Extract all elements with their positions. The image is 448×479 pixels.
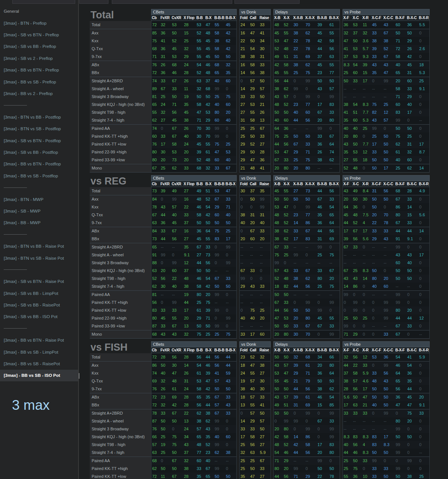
stats-row[interactable]: 9-7xx63364537505050504020404852148636644… xyxy=(90,219,430,227)
sidebar-item[interactable]: [3max] - BB - MWP xyxy=(0,217,78,229)
stat-value: 38 xyxy=(249,53,259,61)
stats-row[interactable]: Straight A+2BRD7833672262386733057505050… xyxy=(90,409,430,417)
sidebar-item[interactable]: [3max] - BTN - MWP xyxy=(0,193,78,205)
stats-row[interactable]: Kxx7843572246542971009953470994654643605… xyxy=(90,203,430,211)
sidebar-item[interactable]: [3max] - SB vs 2 - Preflop xyxy=(0,52,78,64)
sidebar-item[interactable]: [3max] - SB vs BB - Preflop xyxy=(0,41,78,52)
sidebar-item[interactable]: [3max] - SB vs BB - RaisePot xyxy=(0,299,78,311)
stats-row[interactable]: Straight A - wheel919909.12773990------7… xyxy=(90,251,430,259)
stats-row[interactable]: Paired 33-99 +low80207320524860402947366… xyxy=(90,156,430,164)
sidebar-item[interactable]: [3max] - BTN - Preflop xyxy=(0,17,78,29)
stats-row[interactable]: Total72325328534755452450334852307039613… xyxy=(90,21,430,29)
row-label: Straight A+2BRD xyxy=(90,77,151,85)
stats-row[interactable]: BBx7344562745558317206020386217833169395… xyxy=(90,235,430,243)
stats-row[interactable]: Q-Txx67444033584260403831314852237735654… xyxy=(90,211,430,219)
stats-row[interactable]: Paired KK-TT +low76175824455575252952274… xyxy=(90,140,430,148)
sidebar-item[interactable]: [3max] - SB vs BB - LimpPot xyxy=(0,287,78,299)
stats-row[interactable]: Q-Txx68364532554558422154305248227844564… xyxy=(90,45,430,53)
sidebar-item[interactable]: [3max] - BB vs BTN - Preflop xyxy=(0,64,78,76)
sidebar-item[interactable]: [3max] - BTN vs BB - Postflop xyxy=(0,111,78,123)
stats-row[interactable]: ABx8433671636647525067333862336744561767… xyxy=(90,227,430,235)
stats-row[interactable]: Kxx7541522555453862225034534722784258475… xyxy=(90,37,430,45)
stat-value: 31 xyxy=(293,401,305,409)
stat-value: 55 xyxy=(249,109,259,116)
sidebar-item[interactable]: [3max] - BB vs SB - Postflop xyxy=(0,170,78,181)
stats-row[interactable]: Straight A+2BRD65----356733099------6733… xyxy=(90,243,430,251)
stats-row[interactable]: Paired 33-99 +low873367135050990------50… xyxy=(90,322,430,330)
sidebar-item[interactable]: [3max] - SB vs BTN - Preflop xyxy=(0,29,78,40)
stats-row[interactable]: Paired 22-99 +high8045552029710994040204… xyxy=(90,314,430,322)
stats-row[interactable]: Total73394927495153473037354555277344564… xyxy=(90,187,430,195)
stats-row[interactable]: Paired KK-TT +low72116728356550503547274… xyxy=(90,473,430,479)
stat-value: 68 xyxy=(205,85,214,93)
stats-row[interactable]: Paired AA81----198020990------5050------… xyxy=(90,291,430,299)
stats-row[interactable]: Axx8409916485267330509950505050673320503… xyxy=(90,195,430,203)
stat-value: -- xyxy=(305,259,317,267)
stats-row[interactable]: Kxx7440472661394159245527534729713664375… xyxy=(90,369,430,377)
stats-row[interactable]: Straight 3 Broadway812550195050257533335… xyxy=(90,93,430,101)
stats-row[interactable]: BBx7232422856445743135541495131691585176… xyxy=(90,401,430,409)
toolbar-control-2[interactable] xyxy=(79,0,108,4)
stats-row[interactable]: Straight 3 Broadway88099124456099------9… xyxy=(90,259,430,267)
stats-row[interactable]: ABx72236928653567331857334357396146545.6… xyxy=(90,393,430,401)
sidebar-item[interactable]: [3max] - SB vs BTN - Postflop xyxy=(0,135,78,146)
stat-value: 36 xyxy=(160,45,171,53)
stats-row[interactable]: Straight T98 - high525622484654673399005… xyxy=(90,275,430,283)
stats-row[interactable]: Paired KK-TT +low83333317613999007525445… xyxy=(90,306,430,314)
sidebar-item[interactable]: [3max] - BB vs BTN - Raise Pot xyxy=(0,335,78,346)
stat-value: 53 xyxy=(273,148,283,156)
stats-row[interactable]: Straight KQJ - high (no 3Brd)66257534653… xyxy=(90,433,430,441)
stats-row[interactable]: Straight 3 Broadway765002457439903333502… xyxy=(90,425,430,433)
stats-row[interactable]: Paired 22-99 +high8030532039614753295028… xyxy=(90,148,430,156)
stats-row[interactable]: Straight 7-4 - high622745387129604031581… xyxy=(90,116,430,125)
toolbar-control-1[interactable] xyxy=(12,0,75,4)
stat-value: 17 xyxy=(343,401,352,409)
stats-row[interactable]: Paired KK-TT +high6033674030709902550337… xyxy=(90,132,430,140)
stats-row[interactable]: Straight A - wheel8750501338629901429570… xyxy=(90,417,430,425)
stats-row[interactable]: Straight 7-4 - high623040385842505029433… xyxy=(90,283,430,291)
stats-row[interactable]: Straight A - wheel8967331132689901429573… xyxy=(90,85,430,93)
stats-row[interactable]: BBx7236462852486535145638455525752377256… xyxy=(90,69,430,77)
sidebar-item[interactable]: [3max] - BB vs SB - RaisePot xyxy=(0,358,78,369)
sidebar-item[interactable]: [3max] - BTN vs SB - Postflop xyxy=(0,123,78,135)
sidebar-item[interactable]: [3max] - BB vs BTN - Postflop xyxy=(0,158,78,170)
sidebar-item[interactable]: [3max] - BB vs SB - Preflop xyxy=(0,76,78,88)
stats-row[interactable]: Straight T98 - high553256454753802027552… xyxy=(90,109,430,116)
sidebar-item[interactable]: [3max] - SB vs BB - ISO Pot xyxy=(0,311,78,323)
stat-value: 71 xyxy=(225,203,237,211)
toolbar-control-4[interactable] xyxy=(234,0,300,4)
toolbar-control-3[interactable] xyxy=(112,0,232,4)
stats-row[interactable]: Straight 7-4 - high632550377723623832635… xyxy=(90,449,430,457)
sidebar-item[interactable]: [3max] - SB vs BB - Postflop xyxy=(0,146,78,158)
stat-value: 38 xyxy=(406,473,418,479)
stats-row[interactable]: ABx76266824544668321658334258386245558.3… xyxy=(90,61,430,69)
stats-row[interactable]: Paired KK-TT +high56099442575----------6… xyxy=(90,299,430,306)
sidebar-item[interactable]: [3max] - BB vs SB - ISO Pot xyxy=(0,370,78,381)
sidebar-item[interactable]: [3max] - BTN vs SB - Raise Pot xyxy=(0,252,78,264)
stats-row[interactable]: Paired AA740672670309902525676436----990… xyxy=(90,125,430,132)
stats-row[interactable]: Paired KK-TT +high6250503833679902550338… xyxy=(90,465,430,473)
sidebar-item[interactable]: [3max] - SB vs BTN - Raise Pot xyxy=(0,276,78,287)
stats-row[interactable]: Total72285628564456442352325050326834663… xyxy=(90,353,430,361)
stats-row[interactable]: Straight A+2BRD7433672663374060057505644… xyxy=(90,77,430,85)
sidebar-item[interactable]: [3max] - BB vs 2 - Preflop xyxy=(0,88,78,99)
stats-row[interactable]: Straight KQJ - high (no 3Brd)65247135584… xyxy=(90,101,430,109)
stat-value: 52 xyxy=(205,441,214,449)
stat-value: 18 xyxy=(239,361,249,369)
sidebar-item[interactable]: [3max] - SB - MWP xyxy=(0,205,78,217)
stats-row[interactable]: Paired AA68067326040----2525677129----99… xyxy=(90,457,430,465)
stats-row[interactable]: 9-7xx76266124584250503840305050445638622… xyxy=(90,385,430,393)
sidebar-item[interactable]: [3max] - BTN vs BB - Raise Pot xyxy=(0,240,78,252)
stats-row[interactable]: Straight T98 - high571975434852990255627… xyxy=(90,441,430,449)
stats-row[interactable]: 9-7xx71315329554550503838314951316937633… xyxy=(90,53,430,61)
stats-row[interactable]: Axx8536501552485842164741455538624555323… xyxy=(90,29,430,37)
stats-row[interactable]: Q-Txx69324831534757431957305545217950503… xyxy=(90,377,430,385)
stat-value: 31 xyxy=(293,53,305,61)
stats-row[interactable]: Straight KQJ - high (no 3Brd)63206037505… xyxy=(90,267,430,275)
stat-value: 45 xyxy=(183,109,196,116)
stat-value: 39 xyxy=(343,235,352,243)
sidebar-item[interactable]: [3max] - BB vs SB - LimpPot xyxy=(0,346,78,358)
stats-row[interactable]: Axx8650301454465644184738435739612080442… xyxy=(90,361,430,369)
stats-row[interactable]: Mono684343327525257533176020803070099712… xyxy=(90,330,430,339)
stats-row[interactable]: Mono672562336832336721484120802080----52… xyxy=(90,164,430,173)
